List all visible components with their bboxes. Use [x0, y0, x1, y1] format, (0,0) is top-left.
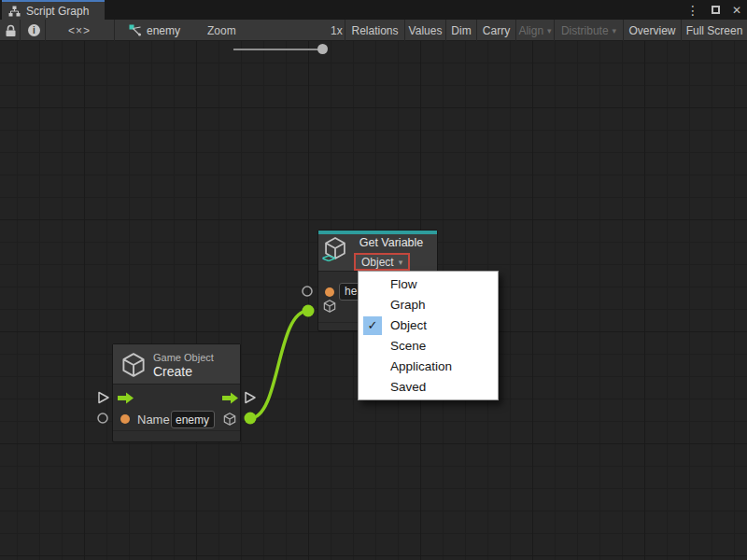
variable-name-port[interactable]	[301, 285, 314, 298]
relations-button[interactable]: Relations	[345, 20, 404, 41]
menu-item-graph[interactable]: Graph	[359, 295, 498, 315]
info-icon[interactable]: i	[28, 24, 40, 36]
node-footer-divider	[113, 430, 240, 431]
chevron-down-icon: ▾	[399, 258, 403, 267]
game-object-output-cube-icon[interactable]	[222, 412, 237, 427]
variable-scope-value: Object	[361, 256, 394, 269]
distribute-button[interactable]: Distribute ▾	[554, 20, 623, 41]
tab-bar: Script Graph ⋮ ✕	[0, 0, 747, 20]
menu-item-flow[interactable]: Flow	[359, 274, 498, 295]
zoom-slider-track[interactable]	[233, 49, 321, 50]
name-input[interactable]	[171, 411, 215, 428]
zoom-slider-knob[interactable]	[317, 44, 328, 54]
code-brackets-icon: <>	[322, 251, 334, 265]
checkmark-icon: ✓	[363, 316, 382, 335]
chevron-down-icon: ▾	[613, 26, 617, 35]
lock-icon[interactable]	[5, 24, 17, 37]
overview-button[interactable]: Overview	[623, 20, 681, 41]
carry-button[interactable]: Carry	[476, 20, 515, 41]
tab-title: Script Graph	[26, 5, 89, 18]
node-title: Create	[153, 364, 192, 379]
object-port-cube-icon[interactable]	[322, 299, 337, 314]
menu-item-scene[interactable]: Scene	[359, 336, 498, 357]
flow-input-port[interactable]	[97, 391, 110, 404]
variable-kind-menu: Flow Graph ✓ Object Scene Application Sa…	[358, 271, 499, 400]
tab-script-graph[interactable]: Script Graph	[2, 0, 105, 20]
menu-item-application[interactable]: Application	[359, 357, 498, 377]
name-field-label: Name	[137, 413, 170, 427]
script-graph-icon	[8, 6, 21, 17]
flow-output-port[interactable]	[244, 391, 257, 404]
window-menu-icon[interactable]: ⋮	[686, 4, 699, 17]
maximize-icon[interactable]	[712, 6, 720, 14]
unity-visual-scripting-window: <> Get Variable Object ▾ he Game Object …	[0, 0, 747, 560]
chevron-down-icon: ▾	[547, 26, 552, 35]
node-category: Game Object	[153, 352, 214, 363]
code-view-icon[interactable]: <×>	[68, 24, 91, 37]
cube-icon	[120, 351, 148, 379]
full-screen-button[interactable]: Full Screen	[681, 20, 747, 41]
flow-out-arrow-icon[interactable]	[222, 392, 239, 404]
dim-button[interactable]: Dim	[445, 20, 476, 41]
values-button[interactable]: Values	[404, 20, 445, 41]
name-port-dot[interactable]	[120, 414, 130, 424]
create-game-object-node[interactable]: Game Object Create Name	[112, 343, 241, 442]
menu-item-saved[interactable]: Saved	[359, 377, 498, 398]
align-button[interactable]: Align ▾	[515, 20, 554, 41]
close-icon[interactable]: ✕	[732, 5, 741, 16]
node-title: Get Variable	[350, 236, 432, 249]
value-input-port[interactable]	[96, 412, 109, 425]
breadcrumb-graph-name[interactable]: enemy	[147, 24, 180, 37]
variable-scope-dropdown[interactable]: Object ▾	[354, 253, 410, 271]
name-port-dot[interactable]	[325, 287, 334, 297]
menu-item-object[interactable]: ✓ Object	[359, 315, 498, 336]
graph-toolbar: i <×> enemy Zoom 1x Relations Va	[0, 20, 747, 41]
flow-in-arrow-icon[interactable]	[118, 392, 134, 404]
zoom-value: 1x	[331, 24, 343, 37]
graph-breadcrumb-icon	[129, 24, 143, 36]
zoom-label: Zoom	[207, 24, 236, 37]
